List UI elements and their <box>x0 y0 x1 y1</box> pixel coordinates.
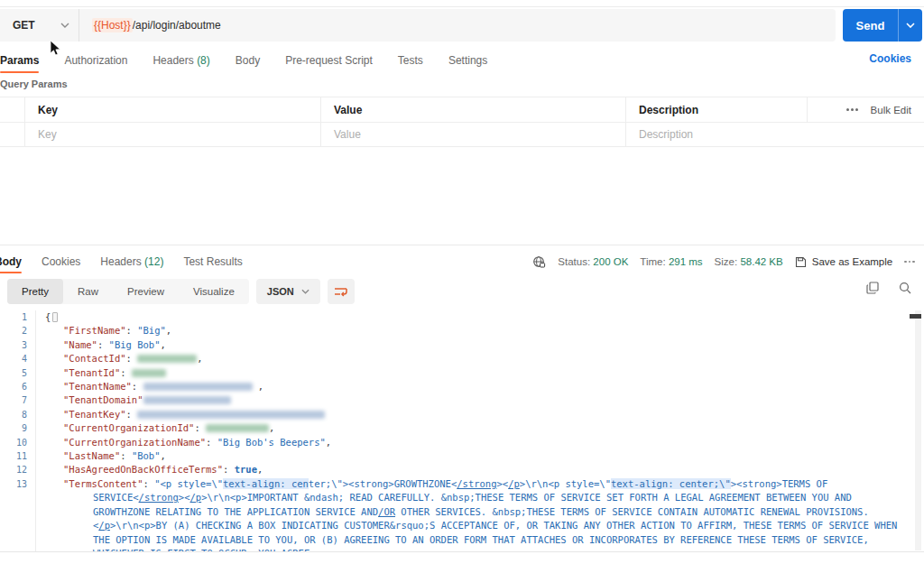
code-line[interactable]: 4"ContactId": , <box>0 352 924 365</box>
code-line[interactable]: 13"TermsContent": "<p style=\"text-align… <box>0 477 924 552</box>
line-number: 11 <box>0 449 36 463</box>
code-line[interactable]: 2"FirstName": "Big", <box>0 324 924 337</box>
fold-widget-icon[interactable] <box>52 312 58 322</box>
size-badge: Size: 58.42 KB <box>715 256 783 267</box>
response-body-editor[interactable]: 1{2"FirstName": "Big",3"Name": "Big Bob"… <box>0 310 924 552</box>
tab-params[interactable]: Params <box>0 54 39 67</box>
line-number: 5 <box>0 366 36 380</box>
column-description: Description <box>626 97 807 122</box>
url-input[interactable]: {{Host}} /api/login/aboutme <box>79 9 836 42</box>
line-number: 10 <box>0 436 36 449</box>
view-visualize[interactable]: Visualize <box>179 279 249 304</box>
tab-pre-request-script[interactable]: Pre-request Script <box>285 54 373 67</box>
bulk-edit-cell: Bulk Edit <box>807 97 924 122</box>
line-number: 7 <box>0 393 36 407</box>
query-params-title: Query Params <box>0 79 68 89</box>
response-meta: Status: 200 OK Time: 291 ms Size: 58.42 … <box>532 253 915 271</box>
method-label: GET <box>13 19 35 32</box>
response-tab-headers[interactable]: Headers (12) <box>100 255 163 268</box>
value-input[interactable]: Value <box>321 123 626 146</box>
row-checkbox-cell <box>0 123 25 146</box>
line-number: 8 <box>0 408 36 421</box>
method-select[interactable]: GET <box>0 9 79 42</box>
redacted-value <box>143 396 231 404</box>
send-button[interactable]: Send <box>843 9 922 42</box>
chevron-down-icon <box>60 23 69 28</box>
select-all-cell <box>0 97 25 122</box>
table-row: Key Value Description <box>0 122 924 147</box>
response-divider <box>0 245 924 245</box>
code-line[interactable]: 12"HasAgreedOnBackOfficeTerms": true, <box>0 463 924 476</box>
response-more-actions-icon[interactable] <box>904 261 915 264</box>
code-line[interactable]: 5"TenantId": <box>0 366 924 380</box>
code-line[interactable]: 10"CurrentOrganizationName": "Big Bob's … <box>0 436 924 449</box>
response-view-toolbar: Pretty Raw Preview Visualize JSON <box>7 279 355 304</box>
view-raw[interactable]: Raw <box>63 279 113 304</box>
editor-scrollbar[interactable] <box>915 310 921 550</box>
line-number: 3 <box>0 338 36 352</box>
save-icon <box>795 256 807 268</box>
language-select[interactable]: JSON <box>256 279 320 304</box>
tab-headers[interactable]: Headers (8) <box>152 54 209 67</box>
chevron-down-icon <box>301 289 310 294</box>
redacted-value <box>137 411 325 419</box>
status-badge: Status: 200 OK <box>558 256 628 267</box>
code-line[interactable]: 6"TenantName": , <box>0 380 924 393</box>
bulk-edit-button[interactable]: Bulk Edit <box>871 105 911 116</box>
view-pretty[interactable]: Pretty <box>7 279 63 304</box>
top-divider <box>0 6 924 7</box>
time-badge: Time: 291 ms <box>640 256 702 267</box>
tab-body[interactable]: Body <box>236 54 260 67</box>
query-params-table: Key Value Description Bulk Edit Key Valu… <box>0 97 924 147</box>
postman-request-view: GET {{Host}} /api/login/aboutme Send Par… <box>0 0 924 564</box>
response-tab-test-results[interactable]: Test Results <box>183 255 242 268</box>
search-icon[interactable] <box>899 282 911 294</box>
host-variable-token: {{Host}} <box>92 18 133 32</box>
column-key: Key <box>25 97 321 122</box>
network-globe-icon[interactable] <box>532 255 546 269</box>
cookies-link[interactable]: Cookies <box>869 52 911 65</box>
code-line[interactable]: 1{ <box>0 310 924 324</box>
view-mode-switcher: Pretty Raw Preview Visualize <box>7 279 249 304</box>
table-header-row: Key Value Description Bulk Edit <box>0 97 924 122</box>
url-bar: GET {{Host}} /api/login/aboutme <box>0 9 836 42</box>
url-path: /api/login/aboutme <box>133 19 221 32</box>
line-number: 6 <box>0 380 36 393</box>
line-wrap-toggle[interactable] <box>328 279 355 304</box>
tab-authorization[interactable]: Authorization <box>64 54 127 67</box>
line-wrap-icon <box>334 286 348 298</box>
tab-settings[interactable]: Settings <box>448 54 487 67</box>
code-line[interactable]: 3"Name": "Big Bob", <box>0 338 924 352</box>
line-number: 2 <box>0 324 36 337</box>
redacted-value <box>132 369 166 377</box>
save-as-example-button[interactable]: Save as Example <box>795 256 893 268</box>
code-line[interactable]: 11"LastName": "Bob", <box>0 449 924 463</box>
response-tabs: Body Cookies Headers (12) Test Results <box>0 253 243 271</box>
code-line[interactable]: 8"TenantKey": <box>0 408 924 421</box>
line-number: 12 <box>0 463 36 476</box>
redacted-value <box>206 424 269 432</box>
copy-icon[interactable] <box>866 282 879 294</box>
more-options-icon[interactable] <box>846 108 858 111</box>
send-options-caret[interactable] <box>899 9 922 42</box>
tab-tests[interactable]: Tests <box>398 54 423 67</box>
response-tab-body[interactable]: Body <box>0 255 22 268</box>
editor-tools <box>866 282 911 294</box>
line-number: 13 <box>0 477 36 552</box>
column-value: Value <box>321 97 626 122</box>
line-number: 4 <box>0 352 36 365</box>
view-preview[interactable]: Preview <box>113 279 179 304</box>
description-input[interactable]: Description <box>626 123 924 146</box>
key-input[interactable]: Key <box>25 123 321 146</box>
scrollbar-thumb[interactable] <box>910 314 921 319</box>
response-tab-cookies[interactable]: Cookies <box>42 255 80 268</box>
send-button-label[interactable]: Send <box>843 9 899 42</box>
redacted-value <box>137 355 197 363</box>
line-number: 9 <box>0 421 36 435</box>
request-tabs: Params Authorization Headers (8) Body Pr… <box>0 49 924 72</box>
code-line[interactable]: 9"CurrentOrganizationId": , <box>0 421 924 435</box>
code-line[interactable]: 7"TenantDomain" <box>0 393 924 407</box>
redacted-value <box>143 383 253 391</box>
line-number: 1 <box>0 310 36 324</box>
